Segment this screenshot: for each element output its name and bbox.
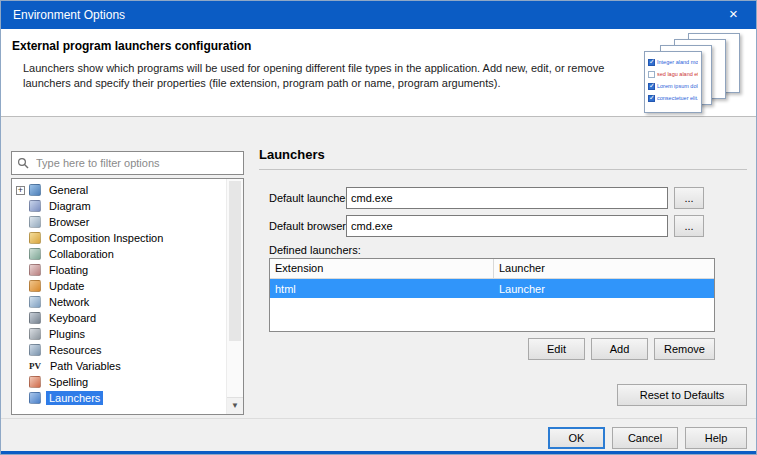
default-browser-input[interactable] (346, 215, 668, 237)
description-line-2: launchers and specify their properties (… (23, 76, 604, 91)
sidebar-item-label: Plugins (46, 327, 88, 341)
ok-button[interactable]: OK (548, 427, 605, 449)
filter-input[interactable] (34, 156, 238, 170)
page-title: External program launchers configuration (12, 39, 251, 53)
panel-title-rule (259, 169, 747, 170)
path-variables-icon: PV (29, 361, 46, 371)
checkbox-unchecked-icon (648, 71, 655, 78)
launchers-illustration: Integer aland molls sed lagu aland et. L… (644, 33, 744, 115)
add-button[interactable]: Add (591, 338, 648, 360)
scrollbar-thumb[interactable] (229, 181, 241, 341)
page-description: Launchers show which programs will be us… (23, 61, 604, 91)
filter-box (11, 151, 244, 175)
scroll-down-icon[interactable] (227, 397, 243, 414)
titlebar: Environment Options × (1, 1, 756, 29)
diagram-icon (29, 200, 41, 212)
checkbox-checked-icon (648, 95, 655, 102)
edit-button[interactable]: Edit (528, 338, 585, 360)
keyboard-icon (29, 312, 41, 324)
illustration-row: consectetuer elit. (645, 92, 701, 104)
reset-to-defaults-button[interactable]: Reset to Defaults (617, 384, 747, 406)
sidebar-item-update[interactable]: Update (12, 278, 243, 294)
cell-launcher: Launcher (494, 283, 550, 295)
column-header-launcher[interactable]: Launcher (494, 259, 550, 278)
resources-icon (29, 344, 41, 356)
defined-launchers-label: Defined launchers: (269, 244, 361, 256)
default-launcher-input[interactable] (346, 187, 668, 209)
illustration-row: sed lagu aland et. (645, 68, 701, 80)
illustration-text: consectetuer elit. (657, 95, 698, 101)
composition-inspection-icon (29, 232, 41, 244)
sidebar-item-label: Browser (46, 215, 92, 229)
environment-options-dialog: Environment Options × External program l… (0, 0, 757, 455)
search-icon (17, 157, 29, 169)
illustration-text: Integer aland molls (657, 59, 698, 65)
sidebar-item-network[interactable]: Network (12, 294, 243, 310)
defined-launchers-table: Extension Launcher html Launcher (269, 258, 715, 332)
update-icon (29, 280, 41, 292)
sidebar-item-composition-inspection[interactable]: Composition Inspection (12, 230, 243, 246)
tree-indent (16, 186, 29, 195)
window-title: Environment Options (13, 8, 125, 22)
sidebar-item-general[interactable]: General (12, 182, 243, 198)
sidebar-item-label: Resources (46, 343, 105, 357)
footer-separator (1, 418, 756, 419)
sidebar-item-spelling[interactable]: Spelling (12, 374, 243, 390)
default-launcher-label: Default launcher: (269, 192, 352, 204)
panel-title: Launchers (259, 147, 325, 162)
sidebar-item-label: Floating (46, 263, 91, 277)
checkbox-checked-icon (648, 59, 655, 66)
options-tree: General Diagram Browser Composition Insp… (11, 178, 244, 415)
launchers-icon (29, 392, 41, 404)
general-icon (29, 184, 41, 196)
help-button[interactable]: Help (685, 427, 747, 449)
sidebar-item-launchers[interactable]: Launchers (12, 390, 243, 406)
table-header: Extension Launcher (270, 259, 714, 279)
cancel-button[interactable]: Cancel (612, 427, 678, 449)
header: External program launchers configuration… (1, 29, 756, 117)
plugins-icon (29, 328, 41, 340)
sidebar-item-label: Diagram (46, 199, 94, 213)
network-icon (29, 296, 41, 308)
table-row[interactable]: html Launcher (270, 279, 714, 298)
spelling-icon (29, 376, 41, 388)
sidebar-item-diagram[interactable]: Diagram (12, 198, 243, 214)
remove-button[interactable]: Remove (654, 338, 715, 360)
sidebar-item-label: Launchers (46, 391, 103, 405)
window-bottom-border (1, 451, 756, 454)
floating-icon (29, 264, 41, 276)
illustration-text: sed lagu aland et. (657, 71, 698, 77)
sidebar-item-path-variables[interactable]: PV Path Variables (12, 358, 243, 374)
sidebar-item-resources[interactable]: Resources (12, 342, 243, 358)
page-front-icon: Integer aland molls sed lagu aland et. L… (644, 51, 702, 113)
sidebar-item-label: Update (46, 279, 87, 293)
expand-icon[interactable] (16, 186, 25, 195)
sidebar-item-label: Path Variables (47, 359, 124, 373)
cell-extension: html (270, 283, 494, 295)
browser-icon (29, 216, 41, 228)
description-line-1: Launchers show which programs will be us… (23, 61, 604, 76)
close-icon[interactable]: × (711, 1, 756, 29)
sidebar-item-keyboard[interactable]: Keyboard (12, 310, 243, 326)
illustration-text: Lorem ipsum dolor (657, 83, 698, 89)
sidebar-item-collaboration[interactable]: Collaboration (12, 246, 243, 262)
sidebar-item-label: Keyboard (46, 311, 99, 325)
checkbox-checked-icon (648, 83, 655, 90)
sidebar-item-label: Collaboration (46, 247, 117, 261)
sidebar-item-label: General (46, 183, 91, 197)
collaboration-icon (29, 248, 41, 260)
column-header-extension[interactable]: Extension (270, 259, 494, 278)
sidebar-item-label: Spelling (46, 375, 91, 389)
default-browser-label: Default browser: (269, 220, 349, 232)
illustration-row: Integer aland molls (645, 56, 701, 68)
sidebar-item-label: Network (46, 295, 92, 309)
sidebar-item-label: Composition Inspection (46, 231, 166, 245)
sidebar-item-floating[interactable]: Floating (12, 262, 243, 278)
sidebar-item-browser[interactable]: Browser (12, 214, 243, 230)
sidebar-item-plugins[interactable]: Plugins (12, 326, 243, 342)
default-browser-browse-button[interactable]: ... (674, 215, 704, 237)
tree-scrollbar[interactable] (226, 179, 243, 414)
illustration-row: Lorem ipsum dolor (645, 80, 701, 92)
default-launcher-browse-button[interactable]: ... (674, 187, 704, 209)
